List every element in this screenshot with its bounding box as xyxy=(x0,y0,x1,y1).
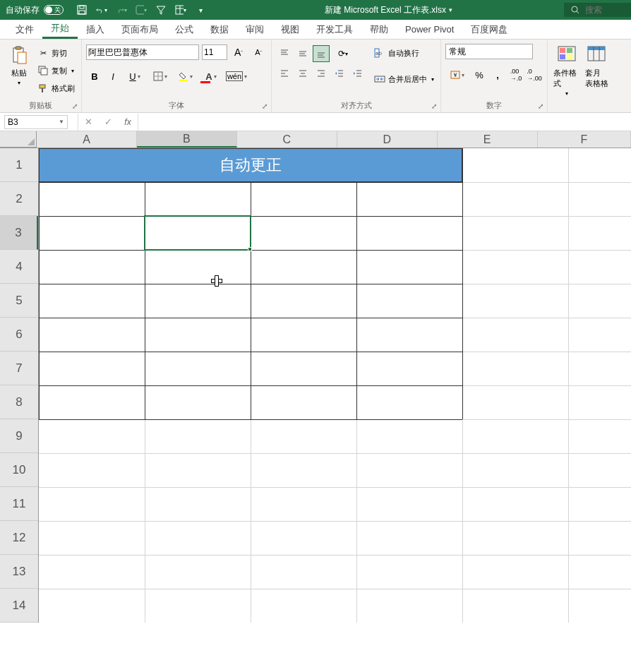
align-middle-icon[interactable] xyxy=(294,45,311,62)
copy-button[interactable]: 复制▾ xyxy=(35,63,77,78)
dialog-launcher-icon[interactable]: ⤢ xyxy=(429,101,439,111)
accounting-format-icon[interactable]: ￥▾ xyxy=(445,66,469,83)
align-right-icon[interactable] xyxy=(313,65,330,82)
col-header-A[interactable]: A xyxy=(37,131,137,148)
format-painter-button[interactable]: 格式刷 xyxy=(35,80,77,96)
align-center-icon[interactable] xyxy=(294,65,311,82)
paste-icon xyxy=(8,44,30,66)
align-top-icon[interactable] xyxy=(276,45,293,62)
number-format-select[interactable] xyxy=(445,44,533,59)
font-name-select[interactable] xyxy=(86,44,199,60)
table-icon[interactable]: ▾ xyxy=(175,4,186,16)
align-bottom-icon[interactable] xyxy=(313,45,330,62)
autosave-toggle[interactable]: 自动保存 关 xyxy=(0,4,69,16)
border-button[interactable]: ▾ xyxy=(148,68,172,85)
align-left-icon[interactable] xyxy=(276,65,293,82)
row-header-4[interactable]: 4 xyxy=(0,250,38,284)
row-header-10[interactable]: 10 xyxy=(0,453,38,487)
merged-title-cell[interactable]: 自动更正 xyxy=(39,148,462,182)
bold-button[interactable]: B xyxy=(86,68,103,85)
row-header-12[interactable]: 12 xyxy=(0,521,38,555)
increase-indent-icon[interactable] xyxy=(349,65,366,82)
name-box[interactable]: B3 ▼ xyxy=(4,115,68,129)
svg-rect-52 xyxy=(560,54,565,59)
conditional-formatting-button[interactable]: 条件格式▾ xyxy=(552,42,582,98)
merge-center-button[interactable]: 合并后居中▾ xyxy=(372,71,436,87)
tab-view[interactable]: 视图 xyxy=(272,20,308,39)
svg-rect-14 xyxy=(40,85,45,88)
orientation-icon[interactable]: ⟳▾ xyxy=(331,45,355,62)
italic-button[interactable]: I xyxy=(104,68,121,85)
font-size-select[interactable] xyxy=(202,44,227,60)
redo-icon[interactable]: ▾ xyxy=(116,4,127,16)
comma-style-icon[interactable]: , xyxy=(489,66,506,83)
tab-baidu[interactable]: 百度网盘 xyxy=(462,20,516,39)
wrap-text-button[interactable]: ab自动换行 xyxy=(372,45,436,61)
col-header-F[interactable]: F xyxy=(538,131,631,148)
dialog-launcher-icon[interactable]: ⤢ xyxy=(260,101,270,111)
row-header-3[interactable]: 3 xyxy=(0,216,38,250)
dialog-launcher-icon[interactable]: ⤢ xyxy=(70,101,80,111)
cancel-formula-icon[interactable]: ✕ xyxy=(78,114,98,131)
svg-point-7 xyxy=(572,6,577,12)
search-icon xyxy=(571,6,579,14)
select-all-corner[interactable] xyxy=(0,131,37,148)
increase-decimal-icon[interactable]: .00→.0 xyxy=(507,66,524,83)
save-icon[interactable] xyxy=(76,4,88,16)
row-header-2[interactable]: 2 xyxy=(0,182,38,216)
row-header-1[interactable]: 1 xyxy=(0,148,38,182)
filter-icon[interactable] xyxy=(155,4,167,16)
tab-page-layout[interactable]: 页面布局 xyxy=(113,20,167,39)
quick-access-toolbar: ▾ ▾ ▾ ▾ ▾ xyxy=(69,4,213,16)
col-header-D[interactable]: D xyxy=(337,131,438,148)
search-input[interactable] xyxy=(585,5,620,15)
svg-line-8 xyxy=(577,11,579,13)
percent-icon[interactable]: % xyxy=(471,66,488,83)
format-as-table-button[interactable]: 套月 表格格 xyxy=(582,42,611,90)
svg-rect-10 xyxy=(16,47,21,49)
phonetic-button[interactable]: wén▾ xyxy=(224,68,248,85)
cut-button[interactable]: ✂剪切 xyxy=(35,45,77,61)
row-header-11[interactable]: 11 xyxy=(0,487,38,521)
enter-formula-icon[interactable]: ✓ xyxy=(98,114,118,131)
format-painter-icon xyxy=(37,83,49,94)
tab-help[interactable]: 帮助 xyxy=(361,20,397,39)
tab-insert[interactable]: 插入 xyxy=(78,20,113,39)
fill-color-button[interactable]: ▾ xyxy=(174,68,198,85)
qat-customize-icon[interactable]: ▾ xyxy=(195,4,206,16)
paste-button[interactable]: 粘贴 ▾ xyxy=(4,42,34,88)
insert-function-icon[interactable]: fx xyxy=(118,114,138,131)
decrease-indent-icon[interactable] xyxy=(331,65,348,82)
tab-power-pivot[interactable]: Power Pivot xyxy=(397,20,462,39)
row-header-6[interactable]: 6 xyxy=(0,318,38,352)
svg-rect-53 xyxy=(567,54,572,59)
underline-button[interactable]: U▾ xyxy=(123,68,147,85)
tab-data[interactable]: 数据 xyxy=(202,20,237,39)
increase-font-icon[interactable]: Aˆ xyxy=(230,44,247,61)
group-clipboard: 粘贴 ▾ ✂剪切 复制▾ 格式刷 剪贴板 ⤢ xyxy=(0,40,82,112)
tab-formulas[interactable]: 公式 xyxy=(167,20,202,39)
ribbon-tabs: 文件 开始 插入 页面布局 公式 数据 审阅 视图 开发工具 帮助 Power … xyxy=(0,20,631,40)
row-header-9[interactable]: 9 xyxy=(0,419,38,453)
font-color-button[interactable]: A▾ xyxy=(199,68,223,85)
undo-icon[interactable]: ▾ xyxy=(96,4,107,16)
tab-home[interactable]: 开始 xyxy=(42,20,78,39)
col-header-C[interactable]: C xyxy=(237,131,337,148)
tab-review[interactable]: 审阅 xyxy=(237,20,272,39)
svg-rect-51 xyxy=(567,48,572,53)
row-header-8[interactable]: 8 xyxy=(0,385,38,419)
col-header-B[interactable]: B xyxy=(137,131,237,148)
row-header-7[interactable]: 7 xyxy=(0,352,38,385)
col-header-E[interactable]: E xyxy=(438,131,538,148)
tab-file[interactable]: 文件 xyxy=(7,20,42,39)
decrease-decimal-icon[interactable]: .0→.00 xyxy=(526,66,543,83)
row-header-5[interactable]: 5 xyxy=(0,284,38,318)
search-box[interactable] xyxy=(564,3,631,17)
row-header-14[interactable]: 14 xyxy=(0,589,38,623)
tab-developer[interactable]: 开发工具 xyxy=(308,20,361,39)
dialog-launcher-icon[interactable]: ⤢ xyxy=(536,101,546,111)
touch-icon[interactable]: ▾ xyxy=(136,4,147,16)
row-header-13[interactable]: 13 xyxy=(0,555,38,589)
cells-area[interactable]: 自动更正 xyxy=(39,148,631,623)
decrease-font-icon[interactable]: Aˇ xyxy=(250,44,267,61)
